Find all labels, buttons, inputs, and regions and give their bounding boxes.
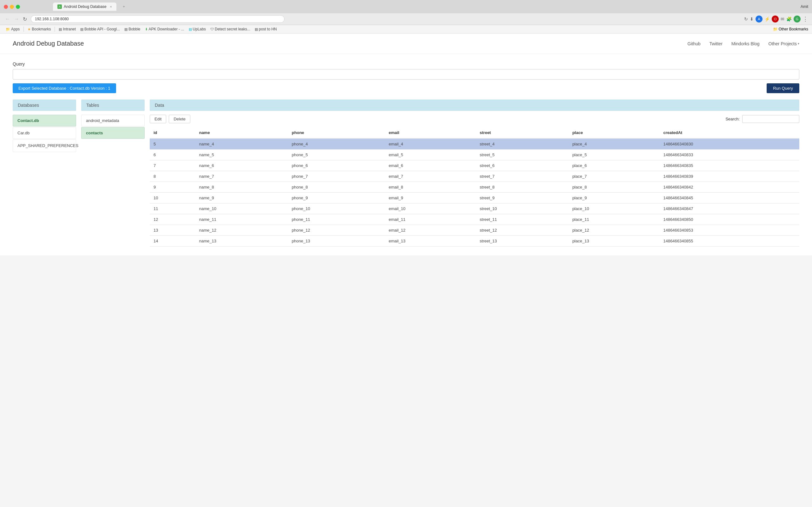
bookmark-apps-label: Apps xyxy=(11,27,20,32)
panels: Databases Contact.db Car.db APP_SHARED_P… xyxy=(13,100,799,246)
cell-phone: phone_5 xyxy=(288,150,385,160)
cell-email: email_5 xyxy=(385,150,476,160)
menu-icon[interactable]: ⋮ xyxy=(803,15,808,22)
bookmark-apps[interactable]: 📁 Apps xyxy=(4,26,21,32)
nav-mindorks[interactable]: Mindorks Blog xyxy=(731,41,760,46)
databases-panel: Databases Contact.db Car.db APP_SHARED_P… xyxy=(13,100,76,246)
refresh-button[interactable]: ↻ xyxy=(21,15,28,23)
table-item-metadata[interactable]: android_metadata xyxy=(81,115,145,126)
other-bookmarks[interactable]: 📁 Other Bookmarks xyxy=(773,27,808,32)
database-item-contact[interactable]: Contact.db xyxy=(13,115,76,126)
cell-street: street_6 xyxy=(476,160,568,171)
bookmark-bookmarks[interactable]: ★ Bookmarks xyxy=(26,26,53,32)
cell-id: 14 xyxy=(150,236,195,246)
table-row[interactable]: 13name_12phone_12email_12street_12place_… xyxy=(150,225,799,236)
database-item-car[interactable]: Car.db xyxy=(13,127,76,139)
table-row[interactable]: 14name_13phone_13email_13street_13place_… xyxy=(150,236,799,246)
database-item-shared-prefs[interactable]: APP_SHARED_PREFERENCES xyxy=(13,139,76,152)
tab-close-button[interactable]: × xyxy=(110,5,112,9)
new-tab[interactable]: + xyxy=(116,3,131,11)
cell-phone: phone_12 xyxy=(288,225,385,236)
query-input[interactable] xyxy=(13,69,799,79)
bookmark-intranet-label: Intranet xyxy=(63,27,76,32)
browser-chrome: A Android Debug Database × + Amit ← → ↻ … xyxy=(0,0,812,34)
cell-createdAt: 1486466340845 xyxy=(659,193,799,204)
cell-id: 8 xyxy=(150,171,195,182)
cell-email: email_6 xyxy=(385,160,476,171)
cell-name: name_13 xyxy=(195,236,288,246)
bookmark-uplabs[interactable]: ▤ UpLabs xyxy=(187,26,208,32)
bookmark-intranet[interactable]: ▤ Intranet xyxy=(57,26,78,32)
table-row[interactable]: 8name_7phone_7email_7street_7place_71486… xyxy=(150,171,799,182)
other-bookmarks-label: Other Bookmarks xyxy=(779,27,808,32)
bookmark-apk-downloader[interactable]: ⬇ APK Downloader - ... xyxy=(143,26,186,32)
download-icon[interactable]: ⬇ xyxy=(750,16,754,21)
reload-icon[interactable]: ↻ xyxy=(744,16,748,21)
bookmark-detect-secrets[interactable]: 🛡 Detect secret leaks... xyxy=(208,26,252,32)
forward-button[interactable]: → xyxy=(13,15,20,22)
lightning-icon[interactable]: ⚡ xyxy=(764,16,770,21)
minimize-window-button[interactable] xyxy=(10,5,14,9)
maximize-window-button[interactable] xyxy=(16,5,20,9)
profile-button[interactable]: A xyxy=(756,15,763,22)
mail-icon[interactable]: ✉ xyxy=(780,16,784,21)
cell-phone: phone_10 xyxy=(288,204,385,214)
cell-place: place_12 xyxy=(568,225,659,236)
bookmark-bobble-api[interactable]: ▤ Bobble API - Googl... xyxy=(78,26,122,32)
table-row[interactable]: 7name_6phone_6email_6street_6place_61486… xyxy=(150,160,799,171)
url-input[interactable]: 192.168.1.108:8080 xyxy=(31,15,285,23)
bookmark-uplabs-label: UpLabs xyxy=(193,27,206,32)
table-row[interactable]: 10name_9phone_9email_9street_9place_9148… xyxy=(150,193,799,204)
search-input[interactable] xyxy=(742,115,799,123)
col-createdat: createdAt xyxy=(659,127,799,138)
cell-name: name_9 xyxy=(195,193,288,204)
page-title: Android Debug Database xyxy=(13,40,84,47)
cell-street: street_7 xyxy=(476,171,568,182)
cell-phone: phone_4 xyxy=(288,138,385,150)
query-section: Query Export Selected Database : Contact… xyxy=(13,61,799,93)
bookmark-bobble[interactable]: ▤ Bobble xyxy=(122,26,142,32)
cell-place: place_10 xyxy=(568,204,659,214)
table-row[interactable]: 12name_11phone_11email_11street_11place_… xyxy=(150,214,799,225)
g-icon[interactable]: G xyxy=(794,15,801,22)
nav-other-projects[interactable]: Other Projects ▾ xyxy=(768,41,799,46)
col-place: place xyxy=(568,127,659,138)
bookmark-bobble-api-label: Bobble API - Googl... xyxy=(84,27,120,32)
intranet-icon: ▤ xyxy=(59,27,62,32)
cell-street: street_5 xyxy=(476,150,568,160)
active-tab[interactable]: A Android Debug Database × xyxy=(53,3,116,11)
edit-button[interactable]: Edit xyxy=(150,115,166,123)
cell-name: name_7 xyxy=(195,171,288,182)
extension-icon[interactable]: 🧩 xyxy=(786,16,792,21)
shield-icon: 🛡 xyxy=(210,27,214,31)
table-item-contacts[interactable]: contacts xyxy=(81,127,145,139)
tab-bar: A Android Debug Database × + xyxy=(28,3,798,11)
col-name: name xyxy=(195,127,288,138)
query-actions: Export Selected Database : Contact.db Ve… xyxy=(13,83,799,93)
table-row[interactable]: 11name_10phone_10email_10street_10place_… xyxy=(150,204,799,214)
back-button[interactable]: ← xyxy=(4,15,11,22)
bookmark-bobble-label: Bobble xyxy=(129,27,140,32)
tables-panel: Tables android_metadata contacts xyxy=(81,100,145,246)
table-row[interactable]: 9name_8phone_8email_8street_8place_81486… xyxy=(150,182,799,193)
close-window-button[interactable] xyxy=(4,5,8,9)
bookmark-post-hn-label: post to HN xyxy=(259,27,277,32)
table-row[interactable]: 5name_4phone_4email_4street_4place_41486… xyxy=(150,138,799,150)
tab-title: Android Debug Database xyxy=(64,4,107,9)
cell-phone: phone_11 xyxy=(288,214,385,225)
cell-name: name_11 xyxy=(195,214,288,225)
cell-name: name_12 xyxy=(195,225,288,236)
run-query-button[interactable]: Run Query xyxy=(767,83,799,93)
nav-twitter[interactable]: Twitter xyxy=(710,41,722,46)
nav-github[interactable]: Github xyxy=(687,41,700,46)
page-content: Android Debug Database Github Twitter Mi… xyxy=(0,34,812,256)
table-row[interactable]: 6name_5phone_5email_5street_5place_51486… xyxy=(150,150,799,160)
bookmark-post-hn[interactable]: ▤ post to HN xyxy=(253,26,279,32)
cell-phone: phone_9 xyxy=(288,193,385,204)
other-bookmarks-folder-icon: 📁 xyxy=(773,27,778,32)
export-button[interactable]: Export Selected Database : Contact.db Ve… xyxy=(13,83,116,93)
opera-icon[interactable]: O xyxy=(772,15,779,22)
cell-id: 7 xyxy=(150,160,195,171)
cell-name: name_8 xyxy=(195,182,288,193)
delete-button[interactable]: Delete xyxy=(169,115,190,123)
